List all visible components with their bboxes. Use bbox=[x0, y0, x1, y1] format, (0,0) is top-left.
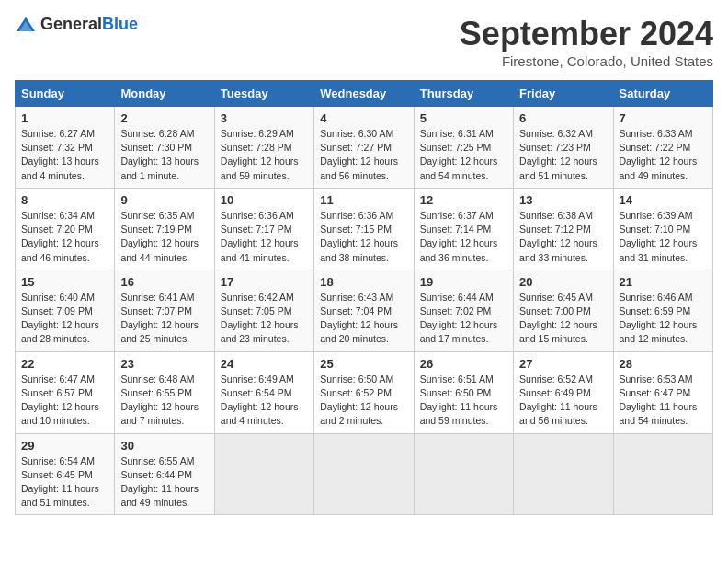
day-number: 12 bbox=[420, 193, 507, 207]
day-number: 11 bbox=[320, 193, 407, 207]
calendar-cell: 10 Sunrise: 6:36 AM Sunset: 7:17 PM Dayl… bbox=[214, 188, 313, 270]
day-number: 29 bbox=[21, 439, 108, 453]
day-number: 3 bbox=[221, 111, 308, 125]
day-info: Sunrise: 6:28 AM Sunset: 7:30 PM Dayligh… bbox=[120, 127, 208, 183]
day-number: 8 bbox=[21, 193, 108, 207]
calendar-cell: 15 Sunrise: 6:40 AM Sunset: 7:09 PM Dayl… bbox=[16, 270, 115, 351]
day-info: Sunrise: 6:31 AM Sunset: 7:25 PM Dayligh… bbox=[420, 127, 507, 183]
calendar-cell bbox=[314, 433, 414, 515]
day-info: Sunrise: 6:42 AM Sunset: 7:05 PM Dayligh… bbox=[221, 291, 308, 347]
day-info: Sunrise: 6:32 AM Sunset: 7:23 PM Dayligh… bbox=[519, 127, 607, 183]
calendar-week-row: 8 Sunrise: 6:34 AM Sunset: 7:20 PM Dayli… bbox=[16, 188, 713, 270]
calendar-cell: 26 Sunrise: 6:51 AM Sunset: 6:50 PM Dayl… bbox=[414, 351, 513, 433]
day-number: 5 bbox=[420, 111, 507, 125]
day-info: Sunrise: 6:36 AM Sunset: 7:17 PM Dayligh… bbox=[221, 209, 308, 265]
calendar-table: SundayMondayTuesdayWednesdayThursdayFrid… bbox=[15, 80, 713, 515]
weekday-header-saturday: Saturday bbox=[613, 81, 712, 107]
calendar-cell: 13 Sunrise: 6:38 AM Sunset: 7:12 PM Dayl… bbox=[514, 188, 613, 270]
calendar-cell: 18 Sunrise: 6:43 AM Sunset: 7:04 PM Dayl… bbox=[314, 270, 414, 351]
day-number: 13 bbox=[519, 193, 607, 207]
day-info: Sunrise: 6:37 AM Sunset: 7:14 PM Dayligh… bbox=[420, 209, 507, 265]
day-info: Sunrise: 6:44 AM Sunset: 7:02 PM Dayligh… bbox=[420, 291, 507, 347]
calendar-cell bbox=[214, 433, 313, 515]
calendar-cell: 20 Sunrise: 6:45 AM Sunset: 7:00 PM Dayl… bbox=[514, 270, 613, 351]
day-info: Sunrise: 6:43 AM Sunset: 7:04 PM Dayligh… bbox=[320, 291, 407, 347]
day-info: Sunrise: 6:35 AM Sunset: 7:19 PM Dayligh… bbox=[120, 209, 208, 265]
day-info: Sunrise: 6:49 AM Sunset: 6:54 PM Dayligh… bbox=[221, 373, 308, 429]
calendar-cell: 5 Sunrise: 6:31 AM Sunset: 7:25 PM Dayli… bbox=[414, 107, 513, 189]
day-number: 22 bbox=[21, 357, 108, 371]
day-info: Sunrise: 6:50 AM Sunset: 6:52 PM Dayligh… bbox=[320, 373, 407, 429]
day-info: Sunrise: 6:39 AM Sunset: 7:10 PM Dayligh… bbox=[620, 209, 707, 265]
day-number: 15 bbox=[21, 275, 108, 289]
day-info: Sunrise: 6:36 AM Sunset: 7:15 PM Dayligh… bbox=[320, 209, 407, 265]
day-number: 2 bbox=[120, 111, 208, 125]
day-info: Sunrise: 6:54 AM Sunset: 6:45 PM Dayligh… bbox=[21, 454, 108, 511]
day-number: 1 bbox=[21, 111, 108, 125]
day-number: 20 bbox=[519, 275, 607, 289]
calendar-cell bbox=[414, 433, 513, 515]
day-number: 27 bbox=[519, 357, 607, 371]
day-number: 18 bbox=[320, 275, 407, 289]
day-info: Sunrise: 6:55 AM Sunset: 6:44 PM Dayligh… bbox=[120, 454, 208, 511]
day-number: 19 bbox=[420, 275, 507, 289]
calendar-cell: 23 Sunrise: 6:48 AM Sunset: 6:55 PM Dayl… bbox=[115, 351, 214, 433]
calendar-cell: 14 Sunrise: 6:39 AM Sunset: 7:10 PM Dayl… bbox=[613, 188, 712, 270]
calendar-cell: 8 Sunrise: 6:34 AM Sunset: 7:20 PM Dayli… bbox=[16, 188, 115, 270]
weekday-header-monday: Monday bbox=[115, 81, 214, 107]
weekday-header-friday: Friday bbox=[514, 81, 613, 107]
calendar-cell: 27 Sunrise: 6:52 AM Sunset: 6:49 PM Dayl… bbox=[514, 351, 613, 433]
day-number: 9 bbox=[120, 193, 208, 207]
calendar-week-row: 29 Sunrise: 6:54 AM Sunset: 6:45 PM Dayl… bbox=[16, 433, 713, 515]
calendar-cell: 16 Sunrise: 6:41 AM Sunset: 7:07 PM Dayl… bbox=[115, 270, 214, 351]
day-number: 7 bbox=[620, 111, 707, 125]
weekday-header-sunday: Sunday bbox=[16, 81, 115, 107]
title-area: September 2024 Firestone, Colorado, Unit… bbox=[460, 15, 713, 69]
day-number: 10 bbox=[221, 193, 308, 207]
day-number: 26 bbox=[420, 357, 507, 371]
day-number: 21 bbox=[620, 275, 707, 289]
day-info: Sunrise: 6:40 AM Sunset: 7:09 PM Dayligh… bbox=[21, 291, 108, 347]
calendar-cell: 30 Sunrise: 6:55 AM Sunset: 6:44 PM Dayl… bbox=[115, 433, 214, 515]
day-number: 16 bbox=[120, 275, 208, 289]
logo-text: GeneralBlue bbox=[40, 15, 138, 34]
calendar-cell: 25 Sunrise: 6:50 AM Sunset: 6:52 PM Dayl… bbox=[314, 351, 414, 433]
day-info: Sunrise: 6:52 AM Sunset: 6:49 PM Dayligh… bbox=[519, 373, 607, 429]
logo: GeneralBlue bbox=[15, 15, 138, 34]
day-info: Sunrise: 6:33 AM Sunset: 7:22 PM Dayligh… bbox=[620, 127, 707, 183]
weekday-header-wednesday: Wednesday bbox=[314, 81, 414, 107]
day-info: Sunrise: 6:38 AM Sunset: 7:12 PM Dayligh… bbox=[519, 209, 607, 265]
calendar-cell: 7 Sunrise: 6:33 AM Sunset: 7:22 PM Dayli… bbox=[613, 107, 712, 189]
day-number: 14 bbox=[620, 193, 707, 207]
day-number: 23 bbox=[120, 357, 208, 371]
day-number: 17 bbox=[221, 275, 308, 289]
calendar-cell: 24 Sunrise: 6:49 AM Sunset: 6:54 PM Dayl… bbox=[214, 351, 313, 433]
day-info: Sunrise: 6:41 AM Sunset: 7:07 PM Dayligh… bbox=[120, 291, 208, 347]
day-info: Sunrise: 6:34 AM Sunset: 7:20 PM Dayligh… bbox=[21, 209, 108, 265]
day-number: 25 bbox=[320, 357, 407, 371]
calendar-cell: 17 Sunrise: 6:42 AM Sunset: 7:05 PM Dayl… bbox=[214, 270, 313, 351]
calendar-cell: 2 Sunrise: 6:28 AM Sunset: 7:30 PM Dayli… bbox=[115, 107, 214, 189]
day-info: Sunrise: 6:48 AM Sunset: 6:55 PM Dayligh… bbox=[120, 373, 208, 429]
day-number: 6 bbox=[519, 111, 607, 125]
calendar-cell: 4 Sunrise: 6:30 AM Sunset: 7:27 PM Dayli… bbox=[314, 107, 414, 189]
day-number: 28 bbox=[620, 357, 707, 371]
calendar-cell bbox=[514, 433, 613, 515]
day-info: Sunrise: 6:51 AM Sunset: 6:50 PM Dayligh… bbox=[420, 373, 507, 429]
calendar-cell bbox=[613, 433, 712, 515]
day-info: Sunrise: 6:47 AM Sunset: 6:57 PM Dayligh… bbox=[21, 373, 108, 429]
calendar-cell: 9 Sunrise: 6:35 AM Sunset: 7:19 PM Dayli… bbox=[115, 188, 214, 270]
day-info: Sunrise: 6:29 AM Sunset: 7:28 PM Dayligh… bbox=[221, 127, 308, 183]
calendar-week-row: 1 Sunrise: 6:27 AM Sunset: 7:32 PM Dayli… bbox=[16, 107, 713, 189]
calendar-cell: 12 Sunrise: 6:37 AM Sunset: 7:14 PM Dayl… bbox=[414, 188, 513, 270]
weekday-header-tuesday: Tuesday bbox=[214, 81, 313, 107]
day-number: 24 bbox=[221, 357, 308, 371]
location-subtitle: Firestone, Colorado, United States bbox=[460, 53, 713, 69]
calendar-cell: 29 Sunrise: 6:54 AM Sunset: 6:45 PM Dayl… bbox=[16, 433, 115, 515]
weekday-header-row: SundayMondayTuesdayWednesdayThursdayFrid… bbox=[16, 81, 713, 107]
page-header: GeneralBlue September 2024 Firestone, Co… bbox=[15, 15, 713, 69]
calendar-week-row: 15 Sunrise: 6:40 AM Sunset: 7:09 PM Dayl… bbox=[16, 270, 713, 351]
month-year-title: September 2024 bbox=[460, 15, 713, 53]
calendar-cell: 6 Sunrise: 6:32 AM Sunset: 7:23 PM Dayli… bbox=[514, 107, 613, 189]
day-number: 4 bbox=[320, 111, 407, 125]
